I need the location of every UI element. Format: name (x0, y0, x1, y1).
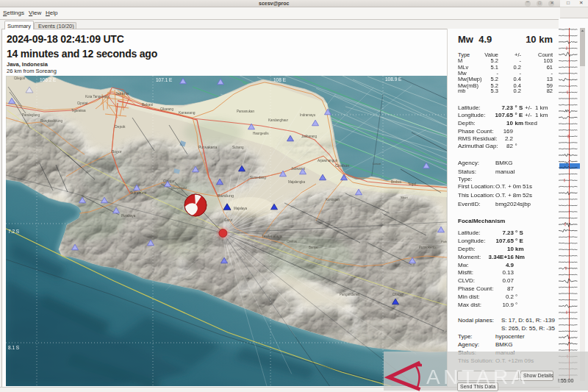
svg-text:Sumedang: Sumedang (250, 176, 266, 179)
svg-text:Brebes: Brebes (391, 180, 402, 184)
svg-text:Cianjur: Cianjur (163, 179, 175, 183)
svg-text:Kuningan: Kuningan (326, 198, 340, 202)
svg-text:Cirebon: Cirebon (335, 163, 349, 168)
svg-text:Losari: Losari (373, 162, 381, 165)
svg-text:Bogor: Bogor (112, 149, 122, 154)
svg-text:Kota Tangerang: Kota Tangerang (85, 95, 109, 99)
svg-text:Sukabumi: Sukabumi (130, 190, 146, 195)
svg-text:8.1 S: 8.1 S (8, 345, 20, 350)
svg-text:Tegal: Tegal (408, 182, 416, 186)
svg-text:Purabaya: Purabaya (121, 214, 136, 218)
svg-text:Cianjurkidul: Cianjurkidul (171, 186, 187, 190)
svg-text:Arjawinangun: Arjawinangun (318, 159, 338, 163)
svg-text:Majalaya: Majalaya (234, 207, 248, 210)
svg-text:ANTARA: ANTARA (426, 366, 528, 388)
svg-text:Slawi: Slawi (401, 196, 408, 199)
svg-text:Majalengka: Majalengka (288, 180, 306, 184)
svg-text:Bandung: Bandung (218, 193, 234, 198)
svg-text:Garut: Garut (224, 218, 233, 222)
